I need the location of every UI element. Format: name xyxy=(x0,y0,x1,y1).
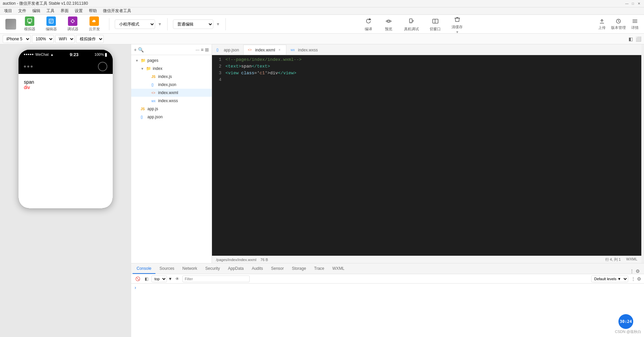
console-tab-audits[interactable]: Audits xyxy=(248,264,267,274)
compile-select-arrow[interactable]: ▼ xyxy=(216,22,220,27)
clean-cache-icon xyxy=(453,14,462,24)
maximize-button[interactable]: □ xyxy=(631,1,635,6)
cloud-button[interactable]: 云开发 xyxy=(85,16,104,32)
phone-time: 9:23 xyxy=(70,52,78,57)
console-toolbar-more[interactable]: ⋮ xyxy=(631,276,636,282)
minimize-button[interactable]: — xyxy=(624,1,629,6)
app-js-icon: JS xyxy=(141,107,146,111)
phone-status-bar: WeChat ▲ 9:23 100% ▮ xyxy=(19,50,113,59)
wxss-icon: wx xyxy=(151,99,157,103)
tree-item-index-wxml[interactable]: <> index.wxml xyxy=(131,89,212,97)
cut-window-button[interactable]: 切窗口 xyxy=(427,15,443,33)
device-select[interactable]: iPhone 5 iPhone 6 iPhone X xyxy=(3,35,31,43)
operation-select[interactable]: 模拟操作 xyxy=(76,35,104,43)
menu-interface[interactable]: 界面 xyxy=(58,7,71,14)
console-tab-network[interactable]: Network xyxy=(178,264,201,274)
menu-file[interactable]: 文件 xyxy=(15,7,29,14)
phone-status-left: WeChat ▲ xyxy=(24,52,53,56)
editor-button[interactable]: 编辑器 xyxy=(42,16,61,32)
tree-item-index-wxss[interactable]: wx index.wxss xyxy=(131,97,212,105)
index-folder-arrow: ▼ xyxy=(141,67,145,71)
landscape-icon[interactable]: ⬜ xyxy=(636,36,641,42)
timer-circle[interactable]: 30:24 xyxy=(618,314,633,329)
console-tab-storage[interactable]: Storage xyxy=(288,264,310,274)
mode-select-arrow[interactable]: ▼ xyxy=(158,22,162,27)
mode-select[interactable]: 小程序模式 插件模式 xyxy=(115,19,155,29)
console-settings-icon[interactable]: ⚙ xyxy=(636,268,640,274)
tab-index-wxss[interactable]: wx index.wxss xyxy=(286,45,322,55)
tree-item-index-folder[interactable]: ▼ 📁 index xyxy=(131,65,212,73)
menu-settings[interactable]: 设置 xyxy=(72,7,85,14)
phone-home-button[interactable] xyxy=(98,62,107,71)
json-icon: {} xyxy=(151,83,157,87)
preview-button[interactable]: 预览 xyxy=(381,15,396,33)
menu-tools[interactable]: 工具 xyxy=(44,7,57,14)
real-debug-button[interactable]: 真机调试 xyxy=(401,15,422,33)
more-icon[interactable]: ··· xyxy=(195,47,200,52)
version-button[interactable]: 版本管理 xyxy=(611,18,626,30)
new-file-icon[interactable]: + xyxy=(134,47,137,52)
index-folder-icon: 📁 xyxy=(146,66,151,71)
filter-icon[interactable]: ⊞ xyxy=(205,47,209,52)
index-folder-label: index xyxy=(153,66,163,71)
tab-close-button[interactable]: × xyxy=(277,48,282,52)
zoom-select[interactable]: 100% 75% 50% xyxy=(32,35,54,43)
detail-button[interactable]: 详情 xyxy=(631,18,639,30)
filter-input[interactable] xyxy=(182,276,250,282)
toolbar-center: 编译 预览 真机调试 xyxy=(231,13,596,35)
portrait-icon[interactable]: ◧ xyxy=(629,36,633,42)
debugger-button[interactable]: 调试器 xyxy=(63,16,82,32)
signal-dot-2 xyxy=(26,54,27,55)
refresh-label: 编译 xyxy=(365,27,372,32)
console-tab-console[interactable]: Console xyxy=(133,264,155,274)
close-button[interactable]: ✕ xyxy=(637,1,641,6)
console-tab-trace[interactable]: Trace xyxy=(310,264,328,274)
clear-console-button[interactable]: 🚫 xyxy=(134,275,141,283)
tree-item-pages[interactable]: ▼ 📁 pages xyxy=(131,56,212,65)
clean-cache-button[interactable]: 清缓存 ▼ xyxy=(449,13,465,35)
tab-app-json[interactable]: {} app.json xyxy=(212,45,243,55)
log-level-select[interactable]: Default levels ▼ Verbose Info Warnings E… xyxy=(591,276,628,282)
simulator-button[interactable]: 模拟器 xyxy=(20,16,39,32)
tree-item-app-js[interactable]: JS app.js xyxy=(131,105,212,113)
svg-rect-2 xyxy=(28,23,31,24)
refresh-button[interactable]: 编译 xyxy=(361,15,376,33)
tab-index-wxml[interactable]: <> index.wxml × xyxy=(243,45,286,55)
console-tab-wxml[interactable]: WXML xyxy=(328,264,349,274)
console-tab-sensor[interactable]: Sensor xyxy=(267,264,288,274)
file-tree-header: + 🔍 ··· ≡ ⊞ xyxy=(131,44,212,55)
line-num-1: 1 xyxy=(215,56,225,63)
eye-button[interactable]: 👁 xyxy=(174,275,181,283)
menu-edit[interactable]: 编辑 xyxy=(30,7,43,14)
tree-item-index-json[interactable]: {} index.json xyxy=(131,81,212,89)
sort-icon[interactable]: ≡ xyxy=(201,47,204,52)
editor-status-bar: /pages/index/index.wxml 76 B 行 4, 列 1 WX… xyxy=(212,256,641,263)
console-tab-sources[interactable]: Sources xyxy=(155,264,178,274)
console-tab-security[interactable]: Security xyxy=(201,264,224,274)
tree-item-app-json[interactable]: {} app.json xyxy=(131,113,212,121)
menu-wechat-dev[interactable]: 微信开发者工具 xyxy=(100,7,134,14)
pages-label: pages xyxy=(147,58,158,63)
wxml-icon: <> xyxy=(151,91,157,95)
sidebar-toggle-button[interactable]: ◧ xyxy=(143,275,150,283)
menu-project[interactable]: 项目 xyxy=(1,7,15,14)
tree-item-index-js[interactable]: JS index.js xyxy=(131,73,212,81)
clean-cache-arrow[interactable]: ▼ xyxy=(456,30,459,34)
language-mode: WXML xyxy=(626,257,637,262)
upload-label: 上传 xyxy=(598,25,606,30)
pages-folder-icon: 📁 xyxy=(141,58,146,63)
compile-select[interactable]: 普通编辑 自定义编译 xyxy=(173,19,213,29)
console-more-icon[interactable]: ⋮ xyxy=(630,268,634,274)
menu-help[interactable]: 帮助 xyxy=(86,7,100,14)
network-select[interactable]: WiFi 4G 3G xyxy=(55,35,75,43)
js-icon: JS xyxy=(151,75,157,79)
user-avatar[interactable] xyxy=(5,19,16,30)
context-select[interactable]: top xyxy=(151,276,167,282)
search-icon[interactable]: 🔍 xyxy=(138,47,144,52)
upload-button[interactable]: 上传 xyxy=(598,18,606,30)
console-toolbar-settings[interactable]: ⚙ xyxy=(637,276,641,282)
console-tab-appdata[interactable]: AppData xyxy=(224,264,248,274)
console-input-area[interactable] xyxy=(138,285,140,290)
code-editor[interactable]: 1 <!--pages/index/index.wxml--> 2 <text>… xyxy=(212,55,641,256)
debugger-label: 调试器 xyxy=(67,27,78,32)
